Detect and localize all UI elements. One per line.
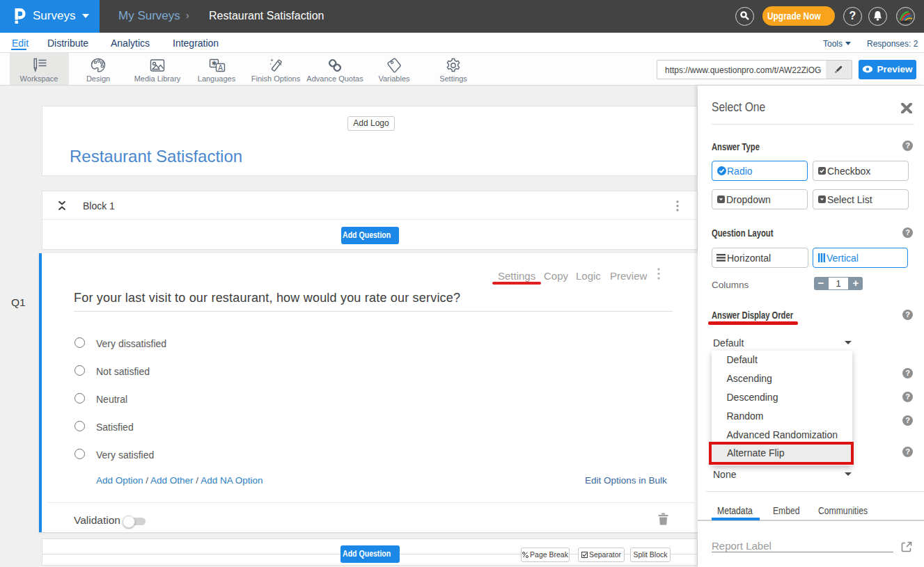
svg-text:A: A [218, 64, 223, 72]
